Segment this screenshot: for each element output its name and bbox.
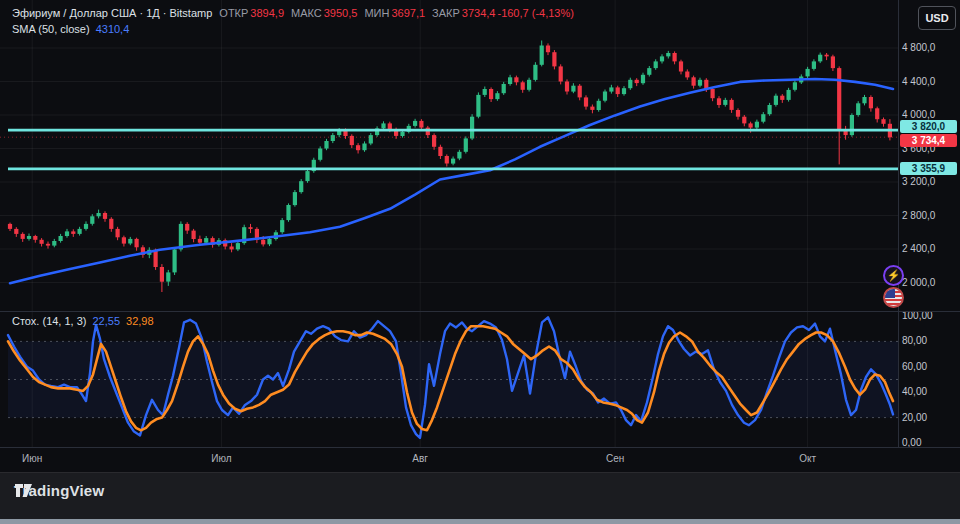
time-axis-divider <box>0 447 960 448</box>
price-badge-level: 3 820,0 <box>900 120 957 133</box>
price-tick-label: 2 000,0 <box>902 277 956 288</box>
sma-legend: SMA (50, close)4310,4 <box>12 23 129 35</box>
stoch-tick-label: 80,00 <box>902 335 956 346</box>
window-bottom-edge <box>0 519 960 524</box>
month-label: Июл <box>211 453 231 464</box>
month-label: Авг <box>412 453 428 464</box>
stoch-tick-label: 40,00 <box>902 386 956 397</box>
month-label: Июн <box>22 453 42 464</box>
low-label: МИН <box>364 7 389 19</box>
price-badge-last: 3 734,4 <box>900 134 957 147</box>
high-value: 3950,5 <box>324 7 358 19</box>
high-label: МАКС <box>291 7 322 19</box>
tradingview-logo-link[interactable]: TradingView <box>14 482 104 499</box>
sma-label: SMA (50, close) <box>12 23 90 35</box>
month-label: Окт <box>799 453 816 464</box>
open-label: ОТКР <box>219 7 248 19</box>
open-value: 3894,9 <box>250 7 284 19</box>
close-label: ЗАКР <box>432 7 460 19</box>
month-label: Сен <box>606 453 624 464</box>
price-axis-scale[interactable] <box>898 0 960 447</box>
us-flag-icon[interactable] <box>883 287 904 308</box>
stoch-d-value: 32,98 <box>126 315 154 327</box>
stochastic-pane[interactable] <box>0 311 960 447</box>
price-tick-label: 2 800,0 <box>902 210 956 221</box>
stoch-legend: Стох. (14, 1, 3)22,5532,98 <box>12 315 154 327</box>
price-tick-label: 4 000,0 <box>902 109 956 120</box>
price-tick-label: 3 200,0 <box>902 176 956 187</box>
price-chart-pane[interactable] <box>0 0 960 311</box>
price-tick-label: 2 400,0 <box>902 243 956 254</box>
stoch-tick-label: 20,00 <box>902 412 956 423</box>
pane-divider[interactable] <box>0 311 960 312</box>
price-tick-label: 4 400,0 <box>902 76 956 87</box>
price-axis-divider <box>898 0 899 447</box>
tradingview-icon <box>14 481 33 500</box>
chart-window: Эфириум / Доллар США · 1Д · BitstampОТКР… <box>0 0 960 524</box>
symbol-legend: Эфириум / Доллар США · 1Д · BitstampОТКР… <box>12 7 574 19</box>
price-tick-label: 4 800,0 <box>902 42 956 53</box>
symbol-title: Эфириум / Доллар США · 1Д · Bitstamp <box>12 7 212 19</box>
currency-usd-button[interactable]: USD <box>918 6 956 30</box>
sma-value: 4310,4 <box>96 23 130 35</box>
low-value: 3697,1 <box>391 7 425 19</box>
stoch-tick-label: 60,00 <box>902 361 956 372</box>
footer-bar: TradingView <box>0 472 960 520</box>
stoch-k-value: 22,55 <box>93 315 121 327</box>
change-value: -160,7 (-4,13%) <box>497 7 573 19</box>
price-badge-level: 3 355,9 <box>900 162 957 175</box>
lightning-icon[interactable]: ⚡ <box>883 265 904 286</box>
close-value: 3734,4 <box>462 7 496 19</box>
stoch-label: Стох. (14, 1, 3) <box>12 315 87 327</box>
